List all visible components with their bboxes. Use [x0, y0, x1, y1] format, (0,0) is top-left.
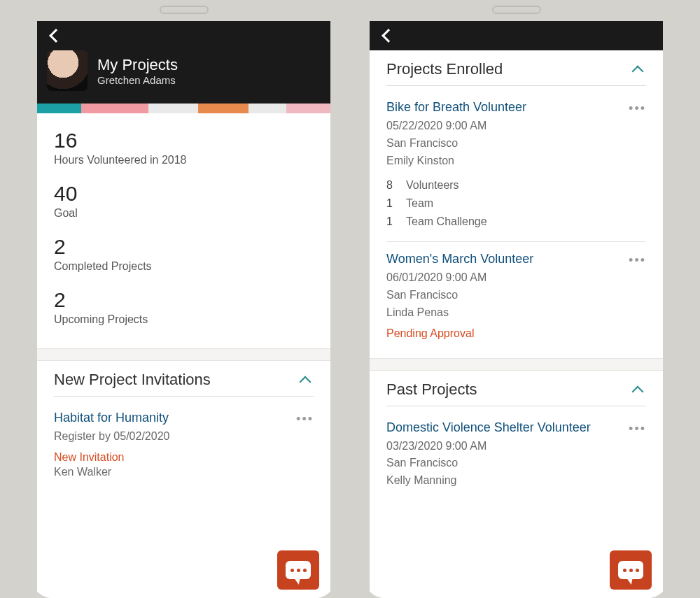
project-title: Domestic Violence Shelter Volunteer	[386, 420, 646, 435]
count-number: 1	[386, 213, 399, 231]
stat-label: Hours Volunteered in 2018	[54, 154, 314, 166]
invitation-item[interactable]: ••• Habitat for Humanity Register by 05/…	[54, 401, 314, 492]
count-number: 1	[386, 194, 399, 213]
chat-button[interactable]	[610, 550, 652, 590]
section-enrolled: Projects Enrolled ••• Bike for Breath Vo…	[370, 50, 663, 358]
decorative-strip	[37, 104, 330, 113]
past-item[interactable]: ••• Domestic Violence Shelter Volunteer …	[386, 411, 646, 501]
section-title: Projects Enrolled	[386, 60, 503, 78]
project-datetime: 05/22/2020 9:00 AM	[386, 118, 646, 135]
section-header-enrolled[interactable]: Projects Enrolled	[386, 60, 646, 86]
project-title: Women's March Volunteer	[386, 252, 646, 266]
section-divider	[37, 348, 330, 361]
count-number: 8	[386, 176, 399, 194]
topbar	[370, 21, 663, 50]
section-title: Past Projects	[386, 380, 477, 399]
phone-notch	[160, 6, 209, 14]
stat-hours: 16 Hours Volunteered in 2018	[54, 129, 314, 166]
project-location: San Francisco	[386, 135, 646, 152]
section-header-past[interactable]: Past Projects	[386, 380, 646, 406]
stat-label: Goal	[54, 207, 314, 220]
stat-label: Upcoming Projects	[54, 313, 314, 326]
project-status: Pending Approval	[386, 327, 646, 340]
section-title: New Project Invitations	[54, 371, 211, 389]
more-icon[interactable]: •••	[629, 101, 646, 116]
stat-completed: 2 Completed Projects	[54, 235, 314, 273]
user-name: Gretchen Adams	[97, 74, 178, 86]
screen-right: Projects Enrolled ••• Bike for Breath Vo…	[370, 21, 663, 598]
stat-label: Completed Projects	[54, 260, 314, 273]
count-row: 1 Team Challenge	[386, 213, 646, 231]
back-icon[interactable]	[49, 29, 63, 43]
count-label: Team	[406, 194, 433, 213]
stat-goal: 40 Goal	[54, 182, 314, 220]
phone-notch	[492, 6, 541, 14]
chevron-up-icon[interactable]	[632, 385, 644, 397]
section-divider	[370, 358, 663, 371]
more-icon[interactable]: •••	[296, 412, 314, 427]
project-person: Linda Penas	[386, 304, 646, 322]
stat-value: 2	[54, 288, 314, 312]
screen-left: My Projects Gretchen Adams 16 Hours Volu…	[37, 21, 330, 598]
chevron-up-icon[interactable]	[300, 376, 312, 388]
project-title: Bike for Breath Volunteer	[386, 100, 646, 115]
project-person: Kelly Manning	[386, 472, 646, 490]
project-counts: 8 Volunteers 1 Team 1 Team Challenge	[386, 176, 646, 230]
back-icon[interactable]	[382, 29, 396, 43]
count-label: Team Challenge	[406, 213, 487, 231]
stat-upcoming: 2 Upcoming Projects	[54, 288, 314, 326]
chat-icon	[618, 561, 643, 579]
count-row: 1 Team	[386, 194, 646, 213]
avatar[interactable]	[47, 50, 88, 91]
section-invitations: New Project Invitations ••• Habitat for …	[37, 361, 330, 499]
invitation-person: Ken Walker	[54, 464, 314, 481]
topbar	[37, 21, 330, 50]
phone-right: Projects Enrolled ••• Bike for Breath Vo…	[364, 0, 668, 598]
invitation-status: New Invitation	[54, 451, 314, 464]
enrolled-item[interactable]: ••• Women's March Volunteer 06/01/2020 9…	[386, 242, 646, 350]
project-person: Emily Kinston	[386, 152, 646, 170]
stat-value: 2	[54, 235, 314, 259]
stats-block: 16 Hours Volunteered in 2018 40 Goal 2 C…	[37, 113, 330, 348]
chat-button[interactable]	[277, 550, 319, 590]
chevron-up-icon[interactable]	[632, 66, 644, 78]
phone-left: My Projects Gretchen Adams 16 Hours Volu…	[31, 0, 336, 598]
section-past: Past Projects ••• Domestic Violence Shel…	[370, 371, 663, 508]
count-label: Volunteers	[406, 176, 459, 194]
project-location: San Francisco	[386, 455, 646, 472]
enrolled-item[interactable]: ••• Bike for Breath Volunteer 05/22/2020…	[386, 90, 646, 242]
project-datetime: 03/23/2020 9:00 AM	[386, 438, 646, 455]
more-icon[interactable]: •••	[629, 422, 646, 436]
more-icon[interactable]: •••	[629, 253, 646, 268]
section-header-invitations[interactable]: New Project Invitations	[54, 371, 314, 397]
project-datetime: 06/01/2020 9:00 AM	[386, 269, 646, 287]
count-row: 8 Volunteers	[386, 176, 646, 194]
stat-value: 40	[54, 182, 314, 206]
invitation-register-by: Register by 05/02/2020	[54, 428, 314, 446]
chat-icon	[286, 561, 311, 579]
page-title: My Projects	[97, 56, 178, 74]
invitation-title: Habitat for Humanity	[54, 411, 314, 425]
project-location: San Francisco	[386, 287, 646, 304]
stat-value: 16	[54, 129, 314, 152]
profile-header: My Projects Gretchen Adams	[37, 50, 330, 104]
